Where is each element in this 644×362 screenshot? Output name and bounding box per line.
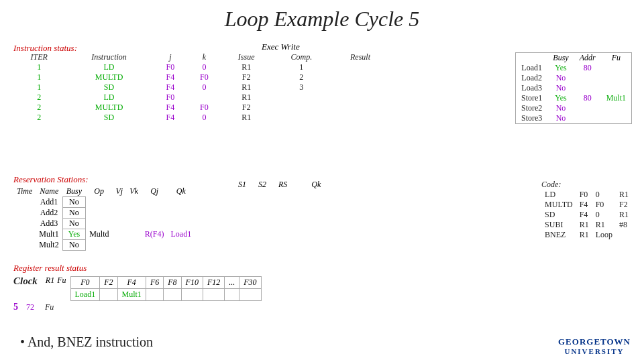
bullet-text: And, BNEZ instruction <box>28 335 153 349</box>
reg-cols-wrapper: F0 F2 F4 F6 F8 F10 F12 ... F30 <box>70 276 262 301</box>
reg-col-f8: F8 <box>164 277 181 289</box>
table-row: LD F0 0 R1 <box>541 190 632 200</box>
table-row: SUBI R1 R1 #8 <box>541 220 632 230</box>
instr-status-header: Instruction status: <box>13 43 77 53</box>
table-row: Mult2 No <box>13 240 195 251</box>
col-j: j <box>154 52 188 62</box>
bullet-point: • <box>20 335 28 349</box>
table-row: 2 LD F0 R1 <box>13 93 389 103</box>
reg-col-f30: F30 <box>239 277 261 289</box>
rs-col-qj: Qj <box>142 186 168 197</box>
clock-value: 5 <box>13 302 18 312</box>
reg-col-f6: F6 <box>146 277 163 289</box>
reg-status-table: F0 F2 F4 F6 F8 F10 F12 ... F30 <box>70 276 262 301</box>
fu-status-section: Busy Addr Fu Load1 Yes 80 Load2 No <box>515 52 632 124</box>
col-comp: Comp. <box>272 52 331 62</box>
slide-title: Loop Example Cycle 5 <box>13 7 631 32</box>
reg-col-f0: F0 <box>70 277 100 289</box>
r1-col-header: R1 <box>46 276 54 286</box>
fu-table-wrapper: Busy Addr Fu Load1 Yes 80 Load2 No <box>515 52 632 124</box>
instr-status-section: ITER Instruction j k Issue Comp. Result … <box>13 52 389 123</box>
table-row: Load1 Mult1 <box>70 289 261 301</box>
table-row: Store2 No <box>516 103 631 113</box>
fu-col-addr: Addr <box>574 53 601 63</box>
reg-col-f12: F12 <box>203 277 224 289</box>
table-row: 2 SD F4 0 R1 <box>13 113 389 123</box>
fu-col-fu: Fu <box>601 53 631 63</box>
rs-col-vj: Vj <box>113 186 127 197</box>
reg-col-f10: F10 <box>181 277 203 289</box>
fu-col-name <box>516 53 547 63</box>
rs-table: Time Name Busy Op Vj Vk Qj Qk Add1 No <box>13 186 195 251</box>
r1-group: R1 <box>46 276 54 301</box>
clock-group: Clock <box>13 276 43 301</box>
table-row: Load2 No <box>516 73 631 83</box>
rs-col-time: Time <box>13 186 36 197</box>
table-row: 1 LD F0 0 R1 1 <box>13 62 389 72</box>
table-row: Add2 No <box>13 208 195 219</box>
code-section: Code: LD F0 0 R1 MULTD F4 F0 F2 SD F4 <box>541 180 632 240</box>
georgetown-text: GEORGETOWN <box>558 337 631 347</box>
rs-section: Time Name Busy Op Vj Vk Qj Qk Add1 No <box>13 186 195 251</box>
col-instruction: Instruction <box>64 52 153 62</box>
reg-status-section: Register result status Clock R1 Fu F0 <box>13 263 262 312</box>
rs-s-headers: S1 S2 RS Qk <box>238 180 321 190</box>
reg-col-f4: F4 <box>117 277 146 289</box>
clock-label: Clock <box>13 276 38 287</box>
table-row: Load3 No <box>516 83 631 93</box>
rs-col-name: Name <box>36 186 62 197</box>
fu-group: Fu <box>57 276 66 301</box>
col-result: Result <box>331 52 389 62</box>
table-row: SD F4 0 R1 <box>541 210 632 220</box>
fu-table: Busy Addr Fu Load1 Yes 80 Load2 No <box>516 53 631 123</box>
table-row: Store1 Yes 80 Mult1 <box>516 93 631 103</box>
table-row: MULTD F4 F0 F2 <box>541 200 632 210</box>
exec-write-header: Exec Write <box>262 42 300 52</box>
table-row: Load1 Yes 80 <box>516 63 631 73</box>
reg-col-f2: F2 <box>100 277 117 289</box>
reg-status-header: Register result status <box>13 263 262 274</box>
university-text: UNIVERSITY <box>558 347 631 355</box>
instr-table: ITER Instruction j k Issue Comp. Result … <box>13 52 389 123</box>
reg-status-row: Clock R1 Fu F0 F2 F4 F6 <box>13 276 262 301</box>
fu-value: Fu <box>45 302 54 312</box>
col-k: k <box>187 52 221 62</box>
table-row: Store3 No <box>516 113 631 123</box>
rs-col-op: Op <box>86 186 113 197</box>
fu-col-header: Fu <box>57 276 66 286</box>
table-row: Add3 No <box>13 219 195 229</box>
code-table: LD F0 0 R1 MULTD F4 F0 F2 SD F4 0 R1 <box>541 190 632 240</box>
rs-col-qk: Qk <box>168 186 195 197</box>
table-row: BNEZ R1 Loop <box>541 230 632 240</box>
rs-col-busy: Busy <box>62 186 85 197</box>
table-row: 1 MULTD F4 F0 F2 2 <box>13 72 389 82</box>
rs-header: Reservation Stations: <box>13 173 89 185</box>
clock-val-row: 5 72 Fu <box>13 302 262 312</box>
code-label: Code: <box>541 180 632 190</box>
table-row: 1 SD F4 0 R1 3 <box>13 82 389 93</box>
r1-value: 72 <box>26 302 34 312</box>
slide: Loop Example Cycle 5 Instruction status:… <box>0 0 644 362</box>
bullet-section: • And, BNEZ instruction <box>20 335 153 350</box>
col-issue: Issue <box>221 52 272 62</box>
col-iter: ITER <box>13 52 64 62</box>
table-row: Mult1 Yes Multd R(F4) Load1 <box>13 229 195 240</box>
rs-col-vk: Vk <box>126 186 142 197</box>
reg-col-ellipsis: ... <box>225 277 239 289</box>
table-row: 2 MULTD F4 F0 F2 <box>13 103 389 113</box>
georgetown-logo: GEORGETOWN UNIVERSITY <box>558 337 631 355</box>
fu-col-busy: Busy <box>547 53 574 63</box>
table-row: Add1 No <box>13 197 195 208</box>
